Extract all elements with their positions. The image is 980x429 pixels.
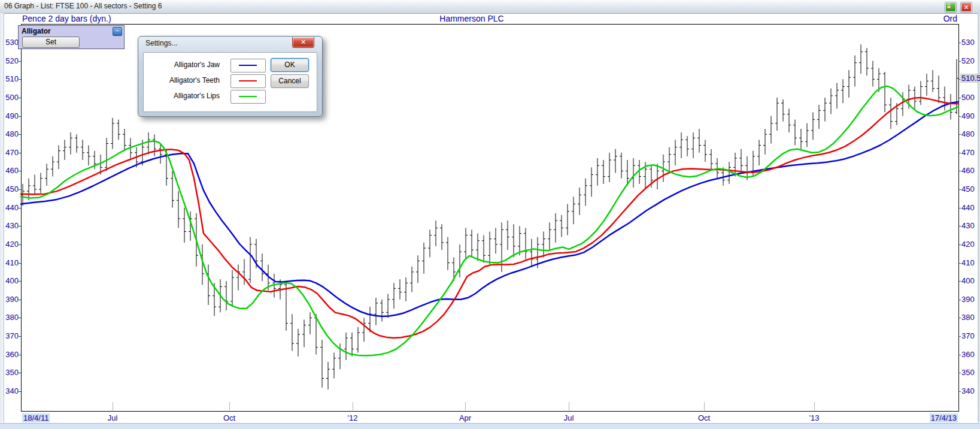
line-alligator-s-teeth [21,98,958,338]
alligator-panel-title: Alligator [22,27,51,35]
left-axis-label: 510 [2,74,19,83]
left-axis-label: 430 [2,221,19,230]
left-axis-label: 460 [2,166,19,175]
right-axis-label: 470 [961,148,975,157]
left-axis-label: 530 [2,38,19,47]
right-axis-label: 500 [961,93,975,102]
left-axis-label: 350 [2,368,19,377]
left-axis-label: 520 [2,56,19,65]
right-axis-label: 340 [961,386,975,395]
close-icon: ✕ [301,38,306,46]
alligator-panel[interactable]: Alligator − Set [18,25,125,49]
jaw-line-swatch [239,65,257,66]
left-axis-label: 370 [2,331,19,340]
date-axis-label: Oct [698,413,710,422]
left-axis-label: 420 [2,240,19,249]
cancel-button[interactable]: Cancel [271,74,309,88]
right-axis-label: 400 [961,276,975,285]
jaw-label: Alligator's Jaw [142,61,220,69]
left-axis-label: 400 [2,276,19,285]
set-button[interactable]: Set [22,37,80,48]
settings-dialog[interactable]: Settings... ✕ Alligator's Jaw Alligator'… [138,36,323,117]
jaw-color-button[interactable] [230,59,266,72]
ok-button[interactable]: OK [271,58,309,72]
left-axis-label: 470 [2,148,19,157]
right-axis-label: 350 [961,368,975,377]
left-axis-label: 450 [2,185,19,194]
right-axis-label: 530 [961,38,975,47]
teeth-color-button[interactable] [230,74,266,88]
line-alligator-s-lips [21,86,958,356]
left-axis-label: 500 [2,93,19,102]
date-axis-label: 17/4/13 [930,413,958,422]
date-axis-label: 18/4/11 [22,413,50,422]
right-axis-label: 410 [961,258,975,267]
left-axis-label: 480 [2,129,19,138]
left-axis-label: 380 [2,313,19,322]
right-axis-label: 430 [961,221,975,230]
left-axis-label: 440 [2,203,19,212]
lips-line-swatch [239,96,257,97]
right-axis-label: 370 [961,331,975,340]
left-axis-label: 390 [2,295,19,304]
dialog-body: Alligator's Jaw Alligator's Teeth Alliga… [143,52,317,112]
date-axis-label: Jul [108,413,118,422]
date-axis-label: Jul [564,413,574,422]
right-axis-label: 450 [961,185,975,194]
lips-label: Alligator's Lips [142,92,220,100]
right-axis-label: 460 [961,166,975,175]
left-axis-label: 340 [2,386,19,395]
date-axis-label: '12 [348,413,358,422]
line-alligator-s-jaw [21,102,958,316]
date-axis-label: Apr [459,413,471,422]
left-axis-label: 360 [2,350,19,359]
minus-icon: − [116,27,119,34]
right-axis-label: 420 [961,240,975,249]
right-axis-label: 440 [961,203,975,212]
left-axis-label: 410 [2,258,19,267]
date-axis-label: '13 [809,413,820,422]
dialog-title: Settings... [145,39,177,47]
right-axis-label: 360 [961,350,975,359]
right-axis-label: 380 [961,313,975,322]
dialog-close-button[interactable]: ✕ [292,37,314,48]
panel-minimize-button[interactable]: − [113,27,122,36]
last-price-label: 510.5 [960,74,980,83]
right-axis-label: 480 [961,129,975,138]
teeth-line-swatch [239,80,257,81]
right-axis-label: 490 [961,111,975,120]
right-axis-label: 390 [961,295,975,304]
lips-color-button[interactable] [230,90,266,104]
date-axis-label: Oct [223,413,235,422]
right-axis-label: 520 [961,56,975,65]
teeth-label: Alligator's Teeth [142,76,220,84]
left-axis-label: 490 [2,111,19,120]
